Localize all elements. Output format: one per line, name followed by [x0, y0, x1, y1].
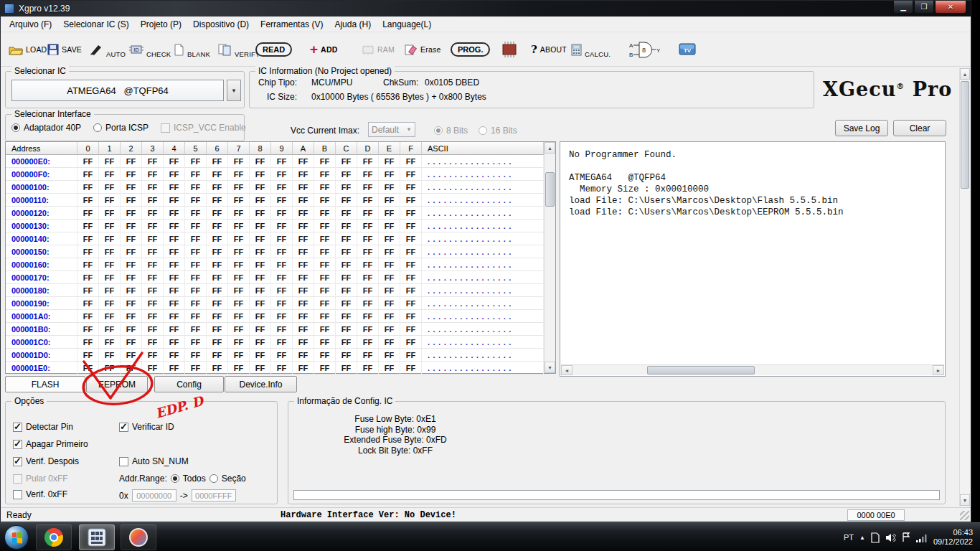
- hex-byte-cell[interactable]: FF: [164, 284, 185, 297]
- hex-ascii-cell[interactable]: ................: [422, 258, 544, 271]
- hex-byte-cell[interactable]: FF: [293, 168, 314, 181]
- range-from-input[interactable]: [132, 489, 176, 501]
- hex-byte-cell[interactable]: FF: [121, 232, 142, 245]
- hex-byte-cell[interactable]: FF: [207, 194, 228, 207]
- hex-byte-cell[interactable]: FF: [164, 245, 185, 258]
- hex-byte-cell[interactable]: FF: [293, 220, 314, 232]
- hex-byte-cell[interactable]: FF: [99, 349, 121, 362]
- hex-byte-cell[interactable]: FF: [379, 181, 400, 194]
- hex-byte-cell[interactable]: FF: [314, 168, 336, 181]
- hex-ascii-cell[interactable]: ................: [422, 349, 544, 362]
- hex-byte-cell[interactable]: FF: [271, 297, 293, 310]
- hex-byte-cell[interactable]: FF: [121, 310, 142, 323]
- hex-byte-cell[interactable]: FF: [379, 362, 400, 375]
- hex-byte-cell[interactable]: FF: [379, 207, 400, 220]
- hex-byte-cell[interactable]: FF: [228, 220, 250, 232]
- hex-scrollbar-thumb[interactable]: [545, 172, 555, 207]
- checkbox-verif-0xff[interactable]: Verif. 0xFF: [13, 489, 67, 499]
- hex-byte-cell[interactable]: FF: [99, 362, 121, 375]
- hex-byte-cell[interactable]: FF: [314, 194, 336, 207]
- hex-byte-cell[interactable]: FF: [357, 310, 379, 323]
- hex-ascii-cell[interactable]: ................: [422, 194, 544, 207]
- hex-byte-cell[interactable]: FF: [207, 349, 228, 362]
- hex-ascii-cell[interactable]: ................: [422, 271, 544, 284]
- hex-byte-cell[interactable]: FF: [142, 323, 164, 336]
- hex-byte-cell[interactable]: FF: [207, 207, 228, 220]
- hex-byte-cell[interactable]: FF: [121, 349, 142, 362]
- hex-byte-cell[interactable]: FF: [185, 297, 207, 310]
- hex-byte-cell[interactable]: FF: [228, 284, 250, 297]
- hex-byte-cell[interactable]: FF: [142, 155, 164, 168]
- hex-byte-cell[interactable]: FF: [164, 310, 185, 323]
- hex-byte-cell[interactable]: FF: [379, 155, 400, 168]
- hex-scroll-down-icon[interactable]: ▼: [545, 362, 555, 373]
- ic-combobox[interactable]: ATMEGA64 @TQFP64: [11, 80, 224, 101]
- hex-byte-cell[interactable]: FF: [142, 220, 164, 232]
- taskbar-item-xgpro[interactable]: [79, 524, 115, 550]
- hex-byte-cell[interactable]: FF: [250, 207, 271, 220]
- hex-byte-cell[interactable]: FF: [400, 349, 422, 362]
- hex-byte-cell[interactable]: FF: [164, 207, 185, 220]
- hex-byte-cell[interactable]: FF: [271, 310, 293, 323]
- hex-byte-cell[interactable]: FF: [207, 323, 228, 336]
- chip-test-button[interactable]: [497, 32, 522, 67]
- hex-byte-cell[interactable]: FF: [336, 207, 357, 220]
- hex-byte-cell[interactable]: FF: [400, 245, 422, 258]
- hex-byte-cell[interactable]: FF: [121, 220, 142, 232]
- hex-byte-cell[interactable]: FF: [142, 336, 164, 349]
- hex-byte-cell[interactable]: FF: [228, 194, 250, 207]
- hex-byte-cell[interactable]: FF: [121, 155, 142, 168]
- hex-byte-cell[interactable]: FF: [400, 297, 422, 310]
- hex-byte-cell[interactable]: FF: [400, 284, 422, 297]
- hex-byte-cell[interactable]: FF: [400, 220, 422, 232]
- hex-byte-cell[interactable]: FF: [99, 168, 121, 181]
- menu-item-0[interactable]: Arquivo (F): [4, 17, 57, 32]
- hex-ascii-cell[interactable]: ................: [422, 168, 544, 181]
- auto-button[interactable]: AUTO: [87, 32, 128, 67]
- hex-byte-cell[interactable]: FF: [121, 181, 142, 194]
- hex-byte-cell[interactable]: FF: [400, 323, 422, 336]
- hex-byte-cell[interactable]: FF: [314, 362, 336, 375]
- hex-byte-cell[interactable]: FF: [77, 194, 99, 207]
- hex-byte-cell[interactable]: FF: [142, 181, 164, 194]
- hex-byte-cell[interactable]: FF: [250, 297, 271, 310]
- hex-byte-cell[interactable]: FF: [314, 258, 336, 271]
- hex-byte-cell[interactable]: FF: [336, 284, 357, 297]
- hex-byte-cell[interactable]: FF: [99, 232, 121, 245]
- hex-byte-cell[interactable]: FF: [207, 362, 228, 375]
- hex-byte-cell[interactable]: FF: [164, 194, 185, 207]
- hex-byte-cell[interactable]: FF: [271, 155, 293, 168]
- hex-byte-cell[interactable]: FF: [250, 245, 271, 258]
- hex-byte-cell[interactable]: FF: [336, 245, 357, 258]
- hex-byte-cell[interactable]: FF: [185, 168, 207, 181]
- hex-byte-cell[interactable]: FF: [207, 336, 228, 349]
- hex-byte-cell[interactable]: FF: [207, 181, 228, 194]
- menu-item-6[interactable]: Language(L): [377, 17, 437, 32]
- hex-byte-cell[interactable]: FF: [336, 194, 357, 207]
- hex-byte-cell[interactable]: FF: [293, 155, 314, 168]
- hex-byte-cell[interactable]: FF: [250, 362, 271, 375]
- hex-byte-cell[interactable]: FF: [293, 207, 314, 220]
- hex-byte-cell[interactable]: FF: [77, 245, 99, 258]
- language-indicator[interactable]: PT: [844, 533, 854, 542]
- hex-byte-cell[interactable]: FF: [185, 155, 207, 168]
- log-scrollbar-thumb[interactable]: [647, 366, 755, 375]
- hex-byte-cell[interactable]: FF: [228, 207, 250, 220]
- hex-byte-cell[interactable]: FF: [164, 232, 185, 245]
- hex-byte-cell[interactable]: FF: [185, 336, 207, 349]
- hex-byte-cell[interactable]: FF: [164, 220, 185, 232]
- hex-byte-cell[interactable]: FF: [121, 271, 142, 284]
- radio-adaptador-40p[interactable]: Adaptador 40P: [11, 123, 81, 133]
- hex-byte-cell[interactable]: FF: [357, 336, 379, 349]
- hex-byte-cell[interactable]: FF: [77, 271, 99, 284]
- hex-byte-cell[interactable]: FF: [271, 258, 293, 271]
- hex-byte-cell[interactable]: FF: [250, 323, 271, 336]
- hex-byte-cell[interactable]: FF: [379, 245, 400, 258]
- hex-ascii-cell[interactable]: ................: [422, 245, 544, 258]
- hex-byte-cell[interactable]: FF: [121, 245, 142, 258]
- hex-byte-cell[interactable]: FF: [357, 168, 379, 181]
- hex-byte-cell[interactable]: FF: [185, 271, 207, 284]
- checkbox-verif-despois[interactable]: Verif. Despois: [13, 456, 79, 466]
- hex-byte-cell[interactable]: FF: [207, 284, 228, 297]
- hex-byte-cell[interactable]: FF: [77, 297, 99, 310]
